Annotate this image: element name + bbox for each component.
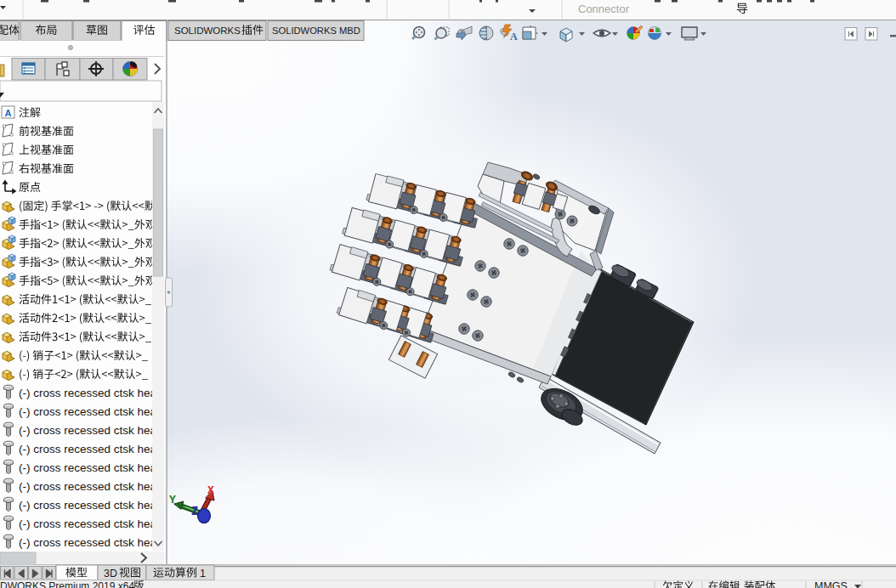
svg-text:Connector: Connector: [578, 3, 630, 15]
svg-text:MMGS: MMGS: [814, 580, 848, 588]
svg-text:(-) cross recessed ctsk hea: (-) cross recessed ctsk hea: [19, 461, 157, 474]
svg-text:DWORKS Premium 2019 x64: DWORKS Premium 2019 x64: [0, 580, 134, 588]
svg-text:3D: 3D: [104, 568, 117, 580]
svg-text:(-) cross recessed ctsk hea: (-) cross recessed ctsk hea: [19, 517, 157, 530]
svg-text:(-) cross recessed ctsk hea: (-) cross recessed ctsk hea: [19, 387, 157, 399]
svg-text:(-) cross recessed ctsk hea: (-) cross recessed ctsk hea: [19, 443, 157, 455]
svg-text:(-) cross recessed ctsk hea: (-) cross recessed ctsk hea: [19, 424, 157, 437]
svg-text:SOLIDWORKS: SOLIDWORKS: [174, 25, 241, 36]
svg-text:X: X: [207, 484, 214, 497]
svg-text:(-) cross recessed ctsk hea: (-) cross recessed ctsk hea: [19, 499, 157, 512]
svg-text:Y: Y: [169, 494, 176, 506]
svg-text:(-) cross recessed ctsk hea: (-) cross recessed ctsk hea: [19, 405, 157, 418]
svg-text:A: A: [5, 108, 12, 118]
svg-text:Z: Z: [191, 505, 198, 518]
svg-text:1: 1: [200, 568, 206, 580]
svg-text:(-) cross recessed ctsk hea: (-) cross recessed ctsk hea: [19, 480, 157, 493]
svg-text:(-) cross recessed ctsk hea: (-) cross recessed ctsk hea: [19, 536, 157, 549]
svg-text:SOLIDWORKS MBD: SOLIDWORKS MBD: [272, 25, 360, 36]
svg-text:A: A: [510, 31, 518, 42]
